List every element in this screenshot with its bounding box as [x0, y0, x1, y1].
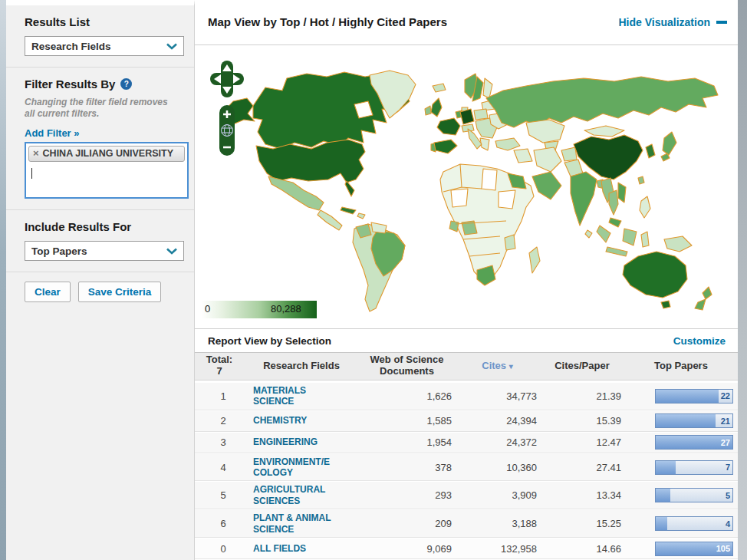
include-results-dropdown[interactable]: Top Papers [25, 241, 184, 261]
cites-value: 24,394 [455, 415, 540, 427]
page-background-left [0, 0, 6, 560]
sort-descending-icon: ▾ [509, 362, 513, 371]
country-new-zealand-south[interactable] [695, 299, 706, 310]
research-field-link[interactable]: ENVIRONMENT/E COLOGY [244, 456, 359, 479]
add-filter-link[interactable]: Add Filter » [25, 127, 80, 139]
country-russia[interactable] [486, 77, 718, 127]
country-ghana[interactable] [449, 221, 459, 232]
country-germany[interactable] [460, 109, 474, 124]
country-afghanistan[interactable] [561, 147, 577, 161]
table-row: 5 AGRICULTURAL SCIENCES 293 3,909 13.34 … [195, 482, 738, 509]
filter-tag-label: CHINA JILIANG UNIVERSITY [43, 148, 173, 159]
country-madagascar[interactable] [529, 247, 540, 273]
research-field-link[interactable]: ALL FIELDS [244, 543, 359, 554]
research-field-link[interactable]: MATERIALS SCIENCE [244, 385, 359, 407]
country-vietnam[interactable] [618, 183, 626, 203]
column-header-top-papers[interactable]: Top Papers [624, 361, 738, 372]
country-mongolia[interactable] [584, 126, 624, 137]
top-papers-bar-fill [656, 517, 667, 530]
chevron-down-icon [166, 244, 177, 258]
country-usa-florida[interactable] [345, 181, 354, 196]
country-venezuela[interactable] [371, 222, 387, 233]
research-field-link[interactable]: CHEMISTRY [244, 415, 359, 426]
top-papers-bar-value: 7 [726, 463, 730, 472]
country-borneo[interactable] [623, 229, 637, 245]
country-mexico[interactable] [268, 176, 324, 210]
research-field-link[interactable]: ENGINEERING [244, 436, 359, 447]
country-korea[interactable] [646, 144, 655, 158]
cites-value: 132,958 [455, 543, 540, 555]
text-caret [31, 168, 32, 179]
country-new-guinea[interactable] [664, 236, 692, 252]
customize-link[interactable]: Customize [673, 335, 726, 347]
map-view-header: Map View by Top / Hot / Highly Cited Pap… [195, 0, 738, 45]
include-results-section: Include Results For Top Papers [6, 210, 194, 272]
country-cuba[interactable] [341, 207, 356, 214]
remove-filter-icon[interactable]: × [33, 148, 39, 159]
zoom-control[interactable] [219, 105, 235, 156]
country-france[interactable] [437, 118, 460, 135]
page-background-right [738, 0, 747, 560]
wos-documents-value: 1,626 [359, 390, 455, 402]
column-header-cites[interactable]: Cites ▾ [455, 361, 540, 372]
country-japan[interactable] [663, 132, 676, 155]
top-papers-bar: 27 [655, 435, 733, 450]
research-field-link[interactable]: PLANT & ANIMAL SCIENCE [244, 512, 359, 535]
table-row: 1 MATERIALS SCIENCE 1,626 34,773 21.39 2… [195, 383, 738, 410]
country-australia[interactable] [623, 252, 687, 298]
wos-documents-value: 293 [359, 489, 455, 501]
chevron-down-icon [166, 39, 177, 53]
country-hispaniola[interactable] [357, 213, 365, 219]
country-libya[interactable] [482, 169, 497, 190]
help-icon[interactable]: ? [120, 78, 132, 90]
country-java[interactable] [606, 247, 627, 256]
filter-input-box[interactable]: × CHINA JILIANG UNIVERSITY [25, 142, 189, 199]
country-thailand[interactable] [609, 190, 618, 215]
research-field-link[interactable]: AGRICULTURAL SCIENCES [244, 484, 359, 506]
country-sudan[interactable] [499, 190, 515, 209]
country-sri-lanka[interactable] [585, 230, 592, 238]
country-tasmania[interactable] [661, 301, 670, 308]
filter-tag: × CHINA JILIANG UNIVERSITY [28, 146, 185, 162]
country-iran[interactable] [534, 147, 561, 172]
country-india[interactable] [571, 172, 597, 226]
country-finland[interactable] [483, 78, 492, 98]
pan-control[interactable] [210, 61, 244, 97]
row-rank: 2 [195, 415, 244, 427]
country-sumatra[interactable] [597, 226, 610, 242]
hide-visualization-label: Hide Visualization [618, 16, 710, 28]
save-criteria-button[interactable]: Save Criteria [78, 282, 162, 302]
country-iceland[interactable] [433, 84, 446, 92]
country-philippines[interactable] [640, 196, 650, 218]
country-spain[interactable] [434, 140, 457, 153]
central-america[interactable] [318, 210, 342, 230]
world-map[interactable] [204, 64, 733, 325]
cites-per-paper-value: 21.39 [540, 390, 624, 402]
country-new-zealand-north[interactable] [703, 287, 712, 299]
results-list-dropdown[interactable]: Research Fields [25, 36, 184, 56]
country-iraq[interactable] [514, 149, 532, 163]
hide-visualization-link[interactable]: Hide Visualization [618, 16, 727, 28]
cites-value: 34,773 [455, 390, 540, 402]
country-malaysia[interactable] [609, 218, 621, 227]
country-mali[interactable] [451, 189, 468, 207]
country-poland[interactable] [474, 109, 488, 120]
country-saudi-arabia[interactable] [532, 172, 561, 199]
country-turkey[interactable] [495, 138, 520, 150]
country-ireland[interactable] [425, 106, 431, 115]
row-rank: 5 [195, 489, 244, 501]
country-taiwan[interactable] [638, 176, 644, 184]
cites-per-paper-value: 15.25 [540, 518, 624, 529]
country-japan-south[interactable] [661, 153, 670, 161]
wos-documents-value: 9,069 [359, 543, 455, 555]
country-kazakhstan[interactable] [526, 120, 564, 143]
column-header-research-fields[interactable]: Research Fields [244, 361, 359, 372]
country-kenya[interactable] [505, 235, 515, 250]
top-papers-bar-fill [656, 489, 670, 502]
clear-button[interactable]: Clear [25, 282, 71, 302]
country-sulawesi[interactable] [641, 232, 649, 247]
country-uk[interactable] [431, 98, 442, 117]
include-results-selected: Top Papers [31, 245, 87, 257]
column-header-wos-documents[interactable]: Web of Science Documents [359, 354, 455, 377]
column-header-cites-per-paper[interactable]: Cites/Paper [540, 361, 624, 372]
